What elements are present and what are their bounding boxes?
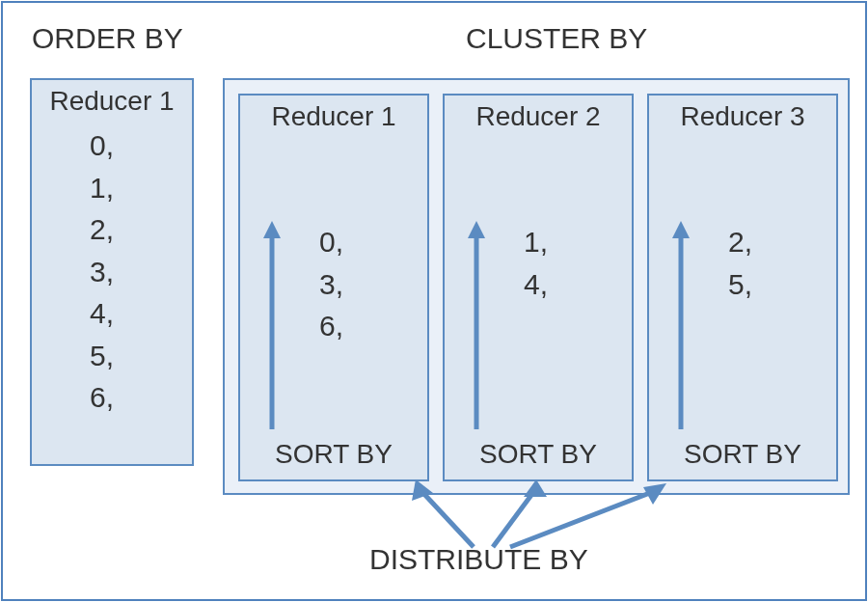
cluster-reducer-1: Reducer 1 0, 3, 6, SORT BY (238, 94, 429, 481)
sortby-label: SORT BY (445, 439, 632, 470)
reducer-values: 0, 3, 6, (319, 221, 343, 347)
orderby-title: ORDER BY (32, 22, 183, 55)
reducer-values: 2, 5, (728, 221, 752, 305)
reducer-value: 4, (524, 263, 548, 306)
diagram-frame: ORDER BY CLUSTER BY Reducer 1 0, 1, 2, 3… (1, 1, 867, 601)
reducer-values: 1, 4, (524, 221, 548, 305)
clusterby-frame: Reducer 1 0, 3, 6, SORT BY Reducer 2 1, … (223, 78, 850, 495)
orderby-value: 0, (90, 124, 114, 167)
svg-marker-3 (468, 221, 485, 238)
svg-marker-9 (524, 479, 547, 497)
reducer-value: 2, (728, 221, 752, 263)
reducer-title: Reducer 1 (240, 101, 427, 132)
reducer-value: 5, (728, 263, 752, 306)
reducer-value: 0, (319, 221, 343, 263)
sortby-label: SORT BY (240, 439, 427, 470)
orderby-value: 3, (90, 251, 114, 293)
reducer-value: 3, (319, 263, 343, 306)
svg-line-6 (421, 491, 474, 547)
orderby-value: 6, (90, 376, 114, 419)
reducer-title: Reducer 3 (649, 101, 836, 132)
sort-arrow-up-icon (468, 221, 485, 429)
cluster-reducer-2: Reducer 2 1, 4, SORT BY (443, 94, 634, 481)
cluster-reducer-3: Reducer 3 2, 5, SORT BY (647, 94, 838, 481)
orderby-value: 2, (90, 208, 114, 251)
orderby-value: 5, (90, 335, 114, 377)
orderby-value: 1, (90, 167, 114, 209)
svg-marker-1 (263, 221, 281, 238)
clusterby-title: CLUSTER BY (466, 22, 647, 55)
orderby-reducer-title: Reducer 1 (32, 86, 192, 117)
distribute-label: DISTRIBUTE BY (369, 543, 588, 576)
svg-line-10 (510, 491, 655, 547)
reducer-title: Reducer 2 (445, 101, 632, 132)
orderby-reducer-box: Reducer 1 0, 1, 2, 3, 4, 5, 6, (30, 78, 194, 466)
orderby-values: 0, 1, 2, 3, 4, 5, 6, (90, 124, 114, 419)
reducer-value: 6, (319, 305, 343, 347)
sort-arrow-up-icon (263, 221, 281, 429)
orderby-value: 4, (90, 292, 114, 335)
sortby-label: SORT BY (649, 439, 836, 470)
svg-marker-5 (672, 221, 690, 238)
sort-arrow-up-icon (672, 221, 690, 429)
reducer-value: 1, (524, 221, 548, 263)
